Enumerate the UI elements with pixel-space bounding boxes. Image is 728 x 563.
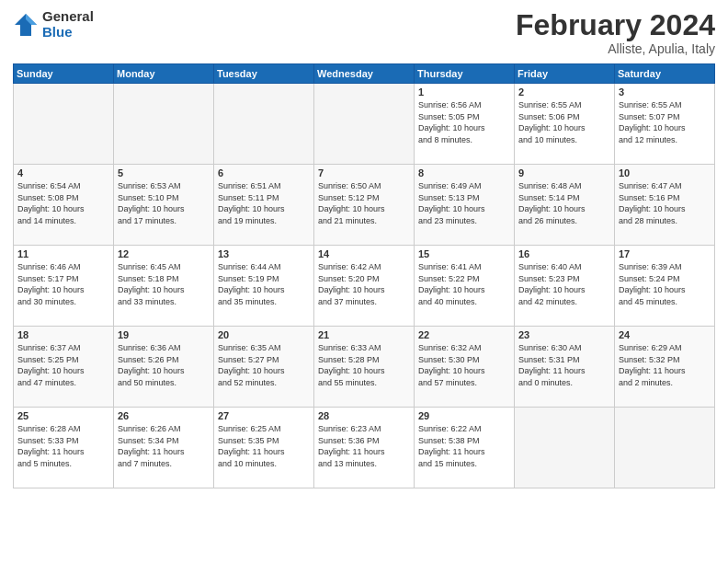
calendar-cell: 27Sunrise: 6:25 AM Sunset: 5:35 PM Dayli… (214, 408, 314, 488)
day-info: Sunrise: 6:33 AM Sunset: 5:28 PM Dayligh… (318, 342, 410, 388)
calendar-cell: 26Sunrise: 6:26 AM Sunset: 5:34 PM Dayli… (114, 408, 214, 488)
day-number: 17 (619, 248, 711, 259)
calendar-cell (314, 84, 415, 165)
calendar-cell: 8Sunrise: 6:49 AM Sunset: 5:13 PM Daylig… (415, 165, 515, 246)
header-sunday: Sunday (14, 64, 114, 84)
day-number: 9 (518, 167, 610, 178)
calendar-cell (114, 84, 214, 165)
calendar-cell (14, 84, 114, 165)
calendar-cell (615, 408, 715, 488)
calendar-cell: 4Sunrise: 6:54 AM Sunset: 5:08 PM Daylig… (14, 165, 114, 246)
title-block: February 2024 Alliste, Apulia, Italy (516, 9, 715, 56)
day-info: Sunrise: 6:54 AM Sunset: 5:08 PM Dayligh… (17, 180, 109, 226)
day-number: 23 (518, 329, 610, 340)
calendar-cell: 17Sunrise: 6:39 AM Sunset: 5:24 PM Dayli… (615, 246, 715, 327)
page-header: General Blue February 2024 Alliste, Apul… (13, 9, 715, 56)
day-number: 3 (619, 86, 711, 98)
calendar-cell: 12Sunrise: 6:45 AM Sunset: 5:18 PM Dayli… (114, 246, 214, 327)
day-number: 14 (318, 248, 410, 259)
calendar-week-0: 1Sunrise: 6:56 AM Sunset: 5:05 PM Daylig… (14, 84, 715, 165)
day-info: Sunrise: 6:30 AM Sunset: 5:31 PM Dayligh… (518, 342, 610, 388)
calendar-cell: 11Sunrise: 6:46 AM Sunset: 5:17 PM Dayli… (14, 246, 114, 327)
calendar-cell: 5Sunrise: 6:53 AM Sunset: 5:10 PM Daylig… (114, 165, 214, 246)
day-info: Sunrise: 6:26 AM Sunset: 5:34 PM Dayligh… (118, 423, 210, 469)
day-info: Sunrise: 6:53 AM Sunset: 5:10 PM Dayligh… (118, 180, 210, 226)
day-info: Sunrise: 6:28 AM Sunset: 5:33 PM Dayligh… (17, 423, 109, 469)
calendar-cell (214, 84, 314, 165)
day-number: 13 (218, 248, 310, 259)
header-saturday: Saturday (615, 64, 715, 84)
day-info: Sunrise: 6:42 AM Sunset: 5:20 PM Dayligh… (318, 261, 410, 307)
day-number: 22 (418, 329, 510, 340)
day-number: 2 (518, 86, 610, 98)
day-number: 26 (118, 410, 210, 421)
calendar-cell: 18Sunrise: 6:37 AM Sunset: 5:25 PM Dayli… (14, 327, 114, 408)
calendar-cell: 3Sunrise: 6:55 AM Sunset: 5:07 PM Daylig… (615, 84, 715, 165)
page-container: General Blue February 2024 Alliste, Apul… (0, 0, 728, 563)
day-info: Sunrise: 6:29 AM Sunset: 5:32 PM Dayligh… (619, 342, 711, 388)
day-info: Sunrise: 6:36 AM Sunset: 5:26 PM Dayligh… (118, 342, 210, 388)
calendar-week-2: 11Sunrise: 6:46 AM Sunset: 5:17 PM Dayli… (14, 246, 715, 327)
logo-icon (13, 12, 39, 38)
day-number: 29 (418, 410, 510, 421)
day-info: Sunrise: 6:47 AM Sunset: 5:16 PM Dayligh… (619, 180, 711, 226)
day-number: 12 (118, 248, 210, 259)
logo-blue: Blue (42, 25, 94, 40)
day-number: 19 (118, 329, 210, 340)
logo-text: General Blue (42, 9, 94, 40)
header-monday: Monday (114, 64, 214, 84)
calendar-cell: 20Sunrise: 6:35 AM Sunset: 5:27 PM Dayli… (214, 327, 314, 408)
calendar-week-4: 25Sunrise: 6:28 AM Sunset: 5:33 PM Dayli… (14, 408, 715, 488)
day-info: Sunrise: 6:23 AM Sunset: 5:36 PM Dayligh… (318, 423, 410, 469)
logo: General Blue (13, 9, 94, 40)
header-friday: Friday (515, 64, 615, 84)
calendar-table: Sunday Monday Tuesday Wednesday Thursday… (13, 63, 715, 488)
day-number: 28 (318, 410, 410, 421)
day-number: 15 (418, 248, 510, 259)
calendar-cell: 29Sunrise: 6:22 AM Sunset: 5:38 PM Dayli… (415, 408, 515, 488)
day-info: Sunrise: 6:51 AM Sunset: 5:11 PM Dayligh… (218, 180, 310, 226)
day-number: 27 (218, 410, 310, 421)
day-info: Sunrise: 6:39 AM Sunset: 5:24 PM Dayligh… (619, 261, 711, 307)
calendar-cell: 25Sunrise: 6:28 AM Sunset: 5:33 PM Dayli… (14, 408, 114, 488)
day-info: Sunrise: 6:37 AM Sunset: 5:25 PM Dayligh… (17, 342, 109, 388)
calendar-week-3: 18Sunrise: 6:37 AM Sunset: 5:25 PM Dayli… (14, 327, 715, 408)
day-number: 25 (17, 410, 109, 421)
logo-general: General (42, 9, 94, 25)
day-info: Sunrise: 6:41 AM Sunset: 5:22 PM Dayligh… (418, 261, 510, 307)
header-wednesday: Wednesday (314, 64, 415, 84)
header-tuesday: Tuesday (214, 64, 314, 84)
day-info: Sunrise: 6:40 AM Sunset: 5:23 PM Dayligh… (518, 261, 610, 307)
day-info: Sunrise: 6:22 AM Sunset: 5:38 PM Dayligh… (418, 423, 510, 469)
calendar-cell: 19Sunrise: 6:36 AM Sunset: 5:26 PM Dayli… (114, 327, 214, 408)
day-number: 24 (619, 329, 711, 340)
calendar-cell: 21Sunrise: 6:33 AM Sunset: 5:28 PM Dayli… (314, 327, 415, 408)
calendar-cell: 15Sunrise: 6:41 AM Sunset: 5:22 PM Dayli… (415, 246, 515, 327)
day-info: Sunrise: 6:55 AM Sunset: 5:06 PM Dayligh… (518, 99, 610, 145)
day-number: 7 (318, 167, 410, 178)
day-number: 11 (17, 248, 109, 259)
day-number: 18 (17, 329, 109, 340)
header-thursday: Thursday (415, 64, 515, 84)
day-number: 5 (118, 167, 210, 178)
calendar-cell: 16Sunrise: 6:40 AM Sunset: 5:23 PM Dayli… (515, 246, 615, 327)
calendar-cell: 6Sunrise: 6:51 AM Sunset: 5:11 PM Daylig… (214, 165, 314, 246)
day-number: 4 (17, 167, 109, 178)
day-number: 6 (218, 167, 310, 178)
calendar-cell: 22Sunrise: 6:32 AM Sunset: 5:30 PM Dayli… (415, 327, 515, 408)
calendar-cell: 2Sunrise: 6:55 AM Sunset: 5:06 PM Daylig… (515, 84, 615, 165)
calendar-cell: 1Sunrise: 6:56 AM Sunset: 5:05 PM Daylig… (415, 84, 515, 165)
month-title: February 2024 (516, 9, 715, 41)
day-info: Sunrise: 6:55 AM Sunset: 5:07 PM Dayligh… (619, 99, 711, 145)
day-number: 16 (518, 248, 610, 259)
calendar-cell: 7Sunrise: 6:50 AM Sunset: 5:12 PM Daylig… (314, 165, 415, 246)
day-info: Sunrise: 6:48 AM Sunset: 5:14 PM Dayligh… (518, 180, 610, 226)
day-number: 20 (218, 329, 310, 340)
calendar-cell: 9Sunrise: 6:48 AM Sunset: 5:14 PM Daylig… (515, 165, 615, 246)
calendar-cell: 24Sunrise: 6:29 AM Sunset: 5:32 PM Dayli… (615, 327, 715, 408)
day-info: Sunrise: 6:32 AM Sunset: 5:30 PM Dayligh… (418, 342, 510, 388)
calendar-week-1: 4Sunrise: 6:54 AM Sunset: 5:08 PM Daylig… (14, 165, 715, 246)
day-info: Sunrise: 6:46 AM Sunset: 5:17 PM Dayligh… (17, 261, 109, 307)
day-info: Sunrise: 6:49 AM Sunset: 5:13 PM Dayligh… (418, 180, 510, 226)
calendar-cell: 13Sunrise: 6:44 AM Sunset: 5:19 PM Dayli… (214, 246, 314, 327)
